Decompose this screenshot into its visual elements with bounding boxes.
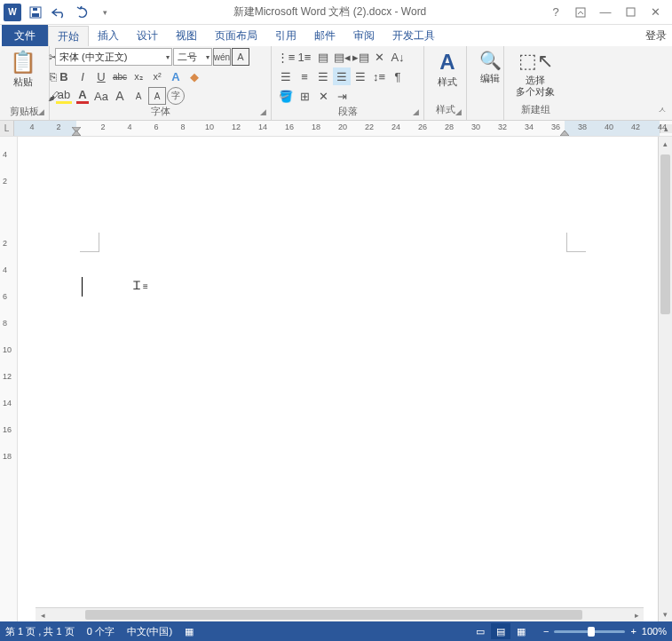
scroll-left-icon[interactable]: ◂ — [36, 611, 50, 620]
ribbon-display-icon[interactable] — [569, 3, 592, 22]
word-app-icon: W — [4, 4, 21, 21]
tab-file[interactable]: 文件 — [2, 25, 48, 46]
borders-icon[interactable]: ⊞ — [296, 87, 313, 105]
find-button[interactable]: 🔍 编辑 — [472, 48, 508, 86]
paste-button[interactable]: 📋 粘贴 — [5, 48, 41, 90]
grow-font-icon[interactable]: A — [111, 87, 129, 105]
snap-grid-icon[interactable]: ✕ — [314, 87, 332, 105]
numbering-icon[interactable]: 1≡ — [296, 48, 313, 66]
italic-button[interactable]: I — [74, 67, 91, 85]
highlight-icon[interactable]: ab — [55, 87, 73, 105]
strike-button[interactable]: abc — [111, 67, 129, 85]
tab-selector[interactable]: L — [0, 121, 14, 136]
font-name-combo[interactable]: 宋体 (中文正文)▾ — [55, 48, 172, 66]
save-icon[interactable] — [25, 3, 46, 22]
read-mode-icon[interactable]: ▭ — [470, 623, 490, 639]
minimize-icon[interactable]: ― — [594, 3, 617, 22]
zoom-slider[interactable] — [554, 630, 625, 633]
undo-icon[interactable] — [48, 3, 69, 22]
multilevel-icon[interactable]: ▤ — [314, 48, 332, 66]
scrollbar-v-thumb[interactable] — [660, 154, 670, 314]
char-shading-icon[interactable]: A — [148, 87, 166, 105]
scroll-right-icon[interactable]: ▸ — [629, 611, 644, 620]
zoom-in-icon[interactable]: + — [630, 626, 636, 637]
tab-view[interactable]: 视图 — [167, 25, 206, 46]
scrollbar-h-thumb[interactable] — [85, 610, 582, 620]
scroll-up-icon[interactable]: ▴ — [659, 137, 672, 151]
tab-review[interactable]: 审阅 — [344, 25, 383, 46]
group-paragraph-label: 段落 — [277, 105, 418, 120]
word-count[interactable]: 0 个字 — [87, 625, 115, 638]
right-indent-marker[interactable] — [560, 127, 569, 136]
shading-icon[interactable]: 🪣 — [277, 87, 295, 105]
change-case-button[interactable]: Aa — [92, 87, 110, 105]
help-icon[interactable]: ? — [544, 3, 567, 22]
svg-rect-2 — [33, 8, 37, 11]
zoom-level[interactable]: 100% — [642, 626, 667, 637]
align-center-icon[interactable]: ≡ — [296, 67, 313, 85]
sort-icon[interactable]: A↓ — [389, 48, 407, 66]
text-effects-icon[interactable]: A — [167, 67, 185, 85]
clear-format-icon[interactable]: ◆ — [186, 67, 203, 85]
page[interactable]: Ꮖ ≡ — [18, 154, 657, 621]
collapse-ribbon-icon[interactable]: ㅅ — [658, 104, 667, 116]
bullets-icon[interactable]: ⋮≡ — [277, 48, 295, 66]
select-objects-button[interactable]: ⬚↖ 选择多个对象 — [510, 48, 561, 99]
zoom-out-icon[interactable]: − — [543, 626, 549, 637]
char-border-icon[interactable]: A — [232, 48, 249, 66]
group-font-label: 字体 — [55, 105, 265, 120]
enclose-char-icon[interactable]: 字 — [167, 87, 185, 105]
underline-button[interactable]: U — [92, 67, 110, 85]
text-direction-icon[interactable]: ✕ — [370, 48, 388, 66]
language-status[interactable]: 中文(中国) — [127, 625, 172, 638]
vertical-ruler[interactable]: 42 24 68 1012 1416 18 — [0, 137, 18, 621]
align-right-icon[interactable]: ☰ — [314, 67, 332, 85]
page-status[interactable]: 第 1 页 , 共 1 页 — [5, 625, 75, 638]
tab-layout[interactable]: 页面布局 — [206, 25, 266, 46]
vertical-scrollbar[interactable]: ▴ ▾ — [658, 137, 672, 621]
web-layout-icon[interactable]: ▦ — [511, 623, 531, 639]
paragraph-launcher-icon[interactable]: ◢ — [410, 107, 421, 117]
horizontal-scrollbar[interactable]: ◂ ▸ — [36, 607, 644, 621]
shrink-font-icon[interactable]: A — [130, 87, 147, 105]
font-size-combo[interactable]: 二号▾ — [173, 48, 212, 66]
tab-insert[interactable]: 插入 — [89, 25, 128, 46]
qat-customize-icon[interactable]: ▾ — [94, 3, 115, 22]
redo-icon[interactable] — [71, 3, 92, 22]
superscript-button[interactable]: x² — [148, 67, 166, 85]
zoom-knob[interactable] — [588, 627, 595, 637]
hanging-indent-marker[interactable] — [72, 127, 81, 136]
tab-design[interactable]: 设计 — [128, 25, 167, 46]
close-icon[interactable]: ✕ — [644, 3, 667, 22]
decrease-indent-icon[interactable]: ▤◂ — [333, 48, 351, 66]
bold-button[interactable]: B — [55, 67, 73, 85]
scroll-down-icon[interactable]: ▾ — [659, 607, 672, 621]
subscript-button[interactable]: x₂ — [130, 67, 147, 85]
print-layout-icon[interactable]: ▤ — [491, 623, 510, 639]
font-color-icon[interactable]: A — [74, 87, 91, 105]
distributed-icon[interactable]: ☰ — [352, 67, 369, 85]
document-area[interactable]: Ꮖ ≡ ◂ ▸ — [18, 137, 658, 621]
tab-home[interactable]: 开始 — [48, 26, 89, 47]
font-launcher-icon[interactable]: ◢ — [257, 107, 268, 117]
tab-references[interactable]: 引用 — [266, 25, 305, 46]
tab-mail[interactable]: 邮件 — [305, 25, 344, 46]
align-left-icon[interactable]: ☰ — [277, 67, 295, 85]
horizontal-ruler[interactable]: L 42 24 68 1012 1416 1820 2224 2628 3032… — [0, 121, 672, 137]
styles-launcher-icon[interactable]: ◢ — [453, 107, 463, 117]
sign-in-link[interactable]: 登录 — [645, 28, 667, 44]
styles-button[interactable]: A 样式 — [430, 48, 465, 90]
show-marks-icon[interactable]: ¶ — [389, 67, 407, 85]
macro-icon[interactable]: ▦ — [185, 626, 194, 637]
justify-icon[interactable]: ☰ — [333, 67, 351, 85]
line-spacing-icon[interactable]: ↕≡ — [370, 67, 388, 85]
increase-indent-icon[interactable]: ▸▤ — [352, 48, 369, 66]
chevron-down-icon: ▾ — [202, 53, 210, 61]
phonetic-guide-icon[interactable]: wén — [213, 48, 231, 66]
clipboard-launcher-icon[interactable]: ◢ — [36, 107, 46, 117]
maximize-icon[interactable] — [619, 3, 642, 22]
font-name-value: 宋体 (中文正文) — [59, 51, 127, 64]
group-font: 宋体 (中文正文)▾ 二号▾ wén A B I U abc x₂ x² A ◆… — [50, 46, 272, 120]
tabs-icon[interactable]: ⇥ — [333, 87, 351, 105]
tab-developer[interactable]: 开发工具 — [383, 25, 444, 46]
